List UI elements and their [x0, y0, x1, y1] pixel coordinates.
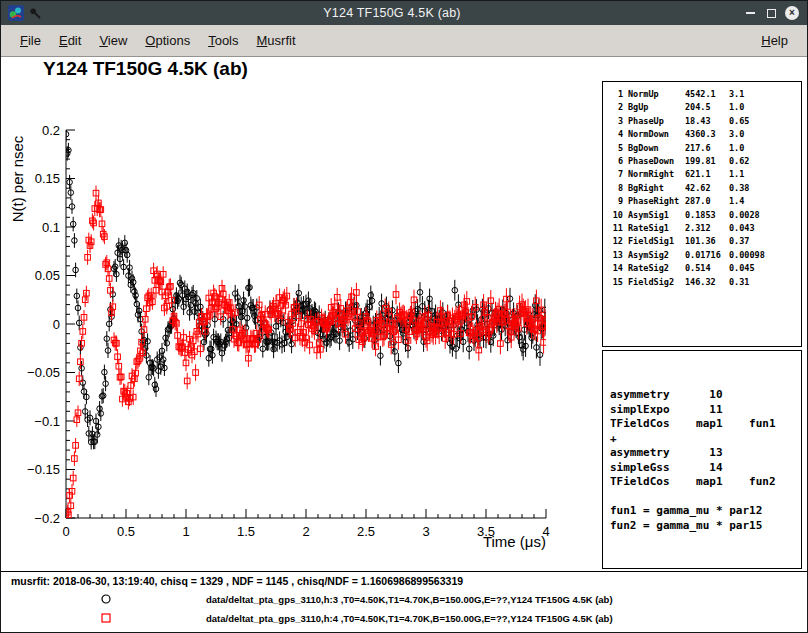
- legend-entry: data/deltat_pta_gps_3110,h:3 ,T0=4.50K,T…: [1, 590, 807, 609]
- plot-canvas[interactable]: 00.511.522.533.540.20.150.10.050−0.05−0.…: [1, 57, 601, 571]
- theory-line: [610, 490, 801, 505]
- maximize-icon: [767, 9, 776, 18]
- fit-param-row: 1NormUp4542.13.1: [608, 88, 801, 101]
- param-error: 1.0: [729, 142, 801, 155]
- param-error: 3.1: [729, 88, 801, 101]
- param-no: 6: [608, 155, 623, 168]
- titlebar: Y124 TF150G 4.5K (ab) ×: [1, 1, 807, 25]
- y-tick-label: 0.05: [35, 268, 60, 283]
- param-error: 1.4: [729, 195, 801, 208]
- legend-entry: data/deltat_pta_gps_3110,h:4 ,T0=4.50K,T…: [1, 609, 807, 628]
- fit-param-row: 4NormDown4360.33.0: [608, 128, 801, 141]
- param-value: 2.312: [685, 222, 729, 235]
- maximize-button[interactable]: [763, 5, 779, 21]
- param-value: 287.0: [685, 195, 729, 208]
- theory-line: fun1 = gamma_mu * par12: [610, 504, 801, 519]
- y-tick-label: 0.1: [42, 220, 60, 235]
- menu-file[interactable]: File: [11, 29, 50, 52]
- legend-text: data/deltat_pta_gps_3110,h:3 ,T0=4.50K,T…: [206, 594, 613, 605]
- param-value: 621.1: [685, 168, 729, 181]
- param-no: 7: [608, 168, 623, 181]
- close-button[interactable]: ×: [784, 5, 800, 21]
- x-tick-label: 1.5: [237, 524, 255, 539]
- musrfit-plot-window: Y124 TF150G 4.5K (ab) × FileEditViewOpti…: [0, 0, 808, 633]
- param-error: 0.31: [729, 276, 801, 289]
- minimize-button[interactable]: [742, 5, 758, 21]
- param-no: 5: [608, 142, 623, 155]
- fit-param-row: 10AsymSig10.18530.0028: [608, 209, 801, 222]
- fit-parameter-rows: 1NormUp4542.13.12BgUp204.51.03PhaseUp18.…: [608, 88, 801, 289]
- y-tick-label: 0.15: [35, 171, 60, 186]
- x-axis-title: Time (μs): [483, 533, 546, 550]
- param-name: FieldSig1: [628, 235, 685, 248]
- fit-param-row: 2BgUp204.51.0: [608, 101, 801, 114]
- window-title: Y124 TF150G 4.5K (ab): [47, 6, 737, 20]
- param-no: 9: [608, 195, 623, 208]
- theory-line: asymmetry 10: [610, 388, 801, 403]
- menu-options[interactable]: Options: [136, 29, 199, 52]
- param-error: 0.62: [729, 155, 801, 168]
- param-name: BgDown: [628, 142, 685, 155]
- app-icon[interactable]: [8, 5, 24, 21]
- param-value: 0.01716: [685, 249, 729, 262]
- fit-param-row: 7NormRight621.11.1: [608, 168, 801, 181]
- param-value: 204.5: [685, 101, 729, 114]
- x-tick-label: 1: [182, 524, 189, 539]
- fit-param-row: 6PhaseDown199.810.62: [608, 155, 801, 168]
- theory-line: fun2 = gamma_mu * par15: [610, 519, 801, 534]
- param-error: 0.045: [729, 262, 801, 275]
- param-value: 4542.1: [685, 88, 729, 101]
- legend-marker-circle-icon: [100, 593, 112, 605]
- legend-marker-square-icon: [100, 612, 112, 624]
- footer-divider: [1, 571, 807, 572]
- param-value: 4360.3: [685, 128, 729, 141]
- theory-line: TFieldCos map1 fun2: [610, 475, 801, 490]
- y-tick-label: −0.15: [27, 462, 60, 477]
- theory-line: TFieldCos map1 fun1: [610, 417, 801, 432]
- param-no: 11: [608, 222, 623, 235]
- menubar: FileEditViewOptionsToolsMusrfit Help: [1, 25, 807, 57]
- x-tick-label: 3: [422, 524, 429, 539]
- x-tick-label: 0: [62, 524, 69, 539]
- y-tick-label: −0.05: [27, 365, 60, 380]
- theory-line: +: [610, 432, 801, 447]
- param-no: 4: [608, 128, 623, 141]
- param-name: FieldSig2: [628, 276, 685, 289]
- fit-param-row: 12FieldSig1101.360.37: [608, 235, 801, 248]
- y-tick-label: 0.2: [42, 123, 60, 138]
- param-name: AsymSig1: [628, 209, 685, 222]
- fit-param-row: 8BgRight42.620.38: [608, 182, 801, 195]
- param-error: 1.0: [729, 101, 801, 114]
- close-icon: ×: [785, 6, 799, 20]
- fit-stats-line: musrfit: 2018-06-30, 13:19:40, chisq = 1…: [11, 575, 463, 587]
- menu-edit[interactable]: Edit: [50, 29, 90, 52]
- fit-param-row: 13AsymSig20.017160.00098: [608, 249, 801, 262]
- param-no: 8: [608, 182, 623, 195]
- param-value: 18.43: [685, 115, 729, 128]
- param-name: BgRight: [628, 182, 685, 195]
- param-no: 14: [608, 262, 623, 275]
- param-value: 0.1853: [685, 209, 729, 222]
- param-error: 0.37: [729, 235, 801, 248]
- theory-line: asymmetry 13: [610, 446, 801, 461]
- param-value: 217.6: [685, 142, 729, 155]
- theory-lines: asymmetry 10simplExpo 11TFieldCos map1 f…: [610, 388, 801, 533]
- theory-line: simplExpo 11: [610, 403, 801, 418]
- param-error: 0.043: [729, 222, 801, 235]
- param-error: 1.1: [729, 168, 801, 181]
- fit-param-row: 3PhaseUp18.430.65: [608, 115, 801, 128]
- param-name: NormRight: [628, 168, 685, 181]
- param-name: AsymSig2: [628, 249, 685, 262]
- menu-help[interactable]: Help: [752, 29, 797, 52]
- param-error: 0.65: [729, 115, 801, 128]
- menu-view[interactable]: View: [90, 29, 136, 52]
- data-series-black-circles: [63, 127, 549, 450]
- param-no: 10: [608, 209, 623, 222]
- param-no: 2: [608, 101, 623, 114]
- theory-block: asymmetry 10simplExpo 11TFieldCos map1 f…: [602, 350, 802, 569]
- minimize-icon: [746, 12, 755, 14]
- menu-musrfit[interactable]: Musrfit: [248, 29, 305, 52]
- fit-param-row: 15FieldSig2146.320.31: [608, 276, 801, 289]
- menu-tools[interactable]: Tools: [199, 29, 247, 52]
- pin-icon[interactable]: [29, 7, 42, 20]
